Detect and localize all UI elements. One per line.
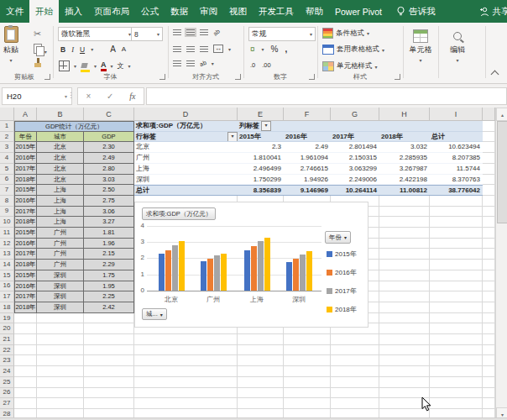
cell-pivot-rowname[interactable]: 北京 — [134, 142, 238, 153]
cell[interactable] — [238, 345, 284, 356]
cell[interactable] — [379, 366, 430, 377]
cell-source-data[interactable]: 2017年 — [14, 164, 37, 175]
cell-pivot-value[interactable]: 8.207385 — [430, 153, 483, 164]
tell-me[interactable]: 告诉我 — [391, 0, 441, 23]
cell-source-data[interactable]: 2.42 — [84, 302, 134, 313]
cell[interactable] — [483, 302, 495, 313]
cell-source-data[interactable]: 广州 — [37, 260, 84, 270]
cell[interactable] — [14, 313, 37, 324]
row-label-filter-button[interactable]: ▾ — [227, 132, 238, 142]
cell-pivot-header-blank[interactable] — [284, 121, 331, 132]
number-format-select[interactable]: 常规 ▾ — [248, 27, 316, 41]
cell[interactable] — [379, 270, 430, 281]
cell[interactable] — [84, 313, 134, 324]
decrease-decimal-icon[interactable]: .00 — [262, 61, 270, 69]
cell[interactable] — [331, 398, 379, 409]
cell-pivot-value[interactable]: 3.267987 — [379, 164, 430, 175]
bar-2015年-广州[interactable] — [201, 261, 206, 291]
cell-source-data[interactable]: 2016年 — [14, 153, 37, 164]
cell-pivot-header-blank[interactable] — [430, 121, 483, 132]
cell[interactable] — [483, 281, 495, 292]
cell[interactable] — [284, 366, 331, 377]
cell[interactable] — [379, 260, 430, 270]
cell-pivot-total-value[interactable]: 11.00812 — [379, 185, 430, 196]
share-button[interactable]: 共享 — [474, 0, 507, 23]
format-painter-button[interactable] — [34, 58, 43, 70]
cell[interactable] — [37, 398, 84, 409]
scroll-up-button[interactable]: ▴ — [496, 108, 507, 121]
cell-source-data[interactable]: 深圳 — [37, 302, 84, 313]
bar-2015年-北京[interactable] — [159, 254, 165, 291]
cell[interactable] — [379, 323, 430, 334]
cell[interactable] — [14, 345, 37, 356]
tab-5[interactable]: 数据 — [165, 0, 194, 23]
cell[interactable] — [430, 207, 483, 218]
cell-styles-button[interactable]: 单元格样式 ▾ — [322, 61, 378, 71]
cell[interactable] — [483, 260, 495, 270]
cut-button[interactable]: ✂ — [34, 29, 41, 38]
italic-button[interactable]: I — [71, 45, 74, 54]
cell[interactable] — [84, 355, 134, 366]
cell-source-data[interactable]: 2.30 — [84, 142, 134, 153]
decrease-indent-icon[interactable] — [173, 60, 181, 66]
font-color-dropdown[interactable]: ▾ — [111, 63, 113, 69]
cell[interactable] — [14, 366, 37, 377]
cell-col-label[interactable]: 列标签▾ — [238, 121, 284, 132]
cell[interactable] — [430, 388, 483, 399]
cell[interactable] — [379, 355, 430, 366]
column-header-H[interactable]: H — [379, 108, 430, 121]
cell[interactable] — [37, 345, 84, 356]
row-header-17[interactable]: 17 — [0, 291, 14, 302]
bar-2016年-北京[interactable] — [165, 250, 171, 291]
wrap-dropdown[interactable]: ▾ — [212, 60, 214, 66]
cell-pivot-colhead-5[interactable]: 2015年 — [238, 132, 284, 143]
row-header-25[interactable]: 25 — [0, 377, 14, 388]
cell[interactable] — [37, 355, 84, 366]
cell[interactable] — [134, 388, 238, 399]
cell-pivot-value[interactable]: 3.063299 — [331, 164, 379, 175]
cell[interactable] — [37, 377, 84, 388]
cell[interactable] — [379, 217, 430, 228]
cell[interactable] — [430, 323, 483, 334]
tab-10[interactable]: Power Pivot — [329, 0, 388, 23]
cancel-button[interactable]: × — [86, 92, 91, 101]
row-header-4[interactable]: 4 — [0, 153, 14, 164]
row-header-23[interactable]: 23 — [0, 355, 14, 366]
cell[interactable] — [483, 153, 495, 164]
fill-color-icon[interactable] — [81, 63, 90, 70]
vertical-scrollbar[interactable]: ▴ ▾ — [495, 108, 507, 420]
legend-item-2017年[interactable]: 2017年 — [327, 286, 357, 296]
column-header-A[interactable]: A — [14, 108, 37, 121]
row-header-26[interactable]: 26 — [0, 388, 14, 399]
row-header-27[interactable]: 27 — [0, 398, 14, 409]
name-box[interactable]: H20 ▾ — [2, 87, 72, 105]
cell[interactable] — [483, 142, 495, 153]
cell-source-data[interactable]: 2015年 — [14, 185, 37, 196]
cell[interactable] — [483, 270, 495, 281]
currency-icon[interactable]: ¤ — [250, 45, 255, 54]
cell[interactable] — [430, 313, 483, 324]
cell[interactable] — [430, 291, 483, 302]
bar-2017年-广州[interactable] — [214, 255, 220, 291]
cell[interactable] — [37, 323, 84, 334]
bar-2015年-深圳[interactable] — [286, 262, 292, 291]
currency-dropdown[interactable]: ▾ — [262, 46, 264, 52]
cell[interactable] — [238, 377, 284, 388]
cell[interactable] — [284, 377, 331, 388]
cell-source-data[interactable]: 1.75 — [84, 270, 134, 281]
cell[interactable] — [379, 313, 430, 324]
cell[interactable] — [238, 355, 284, 366]
cell[interactable] — [430, 377, 483, 388]
bar-2016年-深圳[interactable] — [293, 259, 299, 291]
cell-pivot-value[interactable]: 2.249006 — [331, 175, 379, 186]
column-header-E[interactable]: E — [238, 108, 284, 121]
cell-source-data[interactable]: 深圳 — [37, 281, 84, 292]
cell[interactable] — [14, 388, 37, 399]
cell-source-data[interactable]: 2.49 — [84, 153, 134, 164]
cell[interactable] — [430, 281, 483, 292]
phonetic-dropdown[interactable]: ▾ — [128, 63, 131, 69]
cell-source-data[interactable]: 北京 — [37, 164, 84, 175]
borders-icon[interactable] — [59, 60, 70, 71]
cell[interactable] — [331, 366, 379, 377]
column-header-I[interactable]: I — [430, 108, 483, 121]
